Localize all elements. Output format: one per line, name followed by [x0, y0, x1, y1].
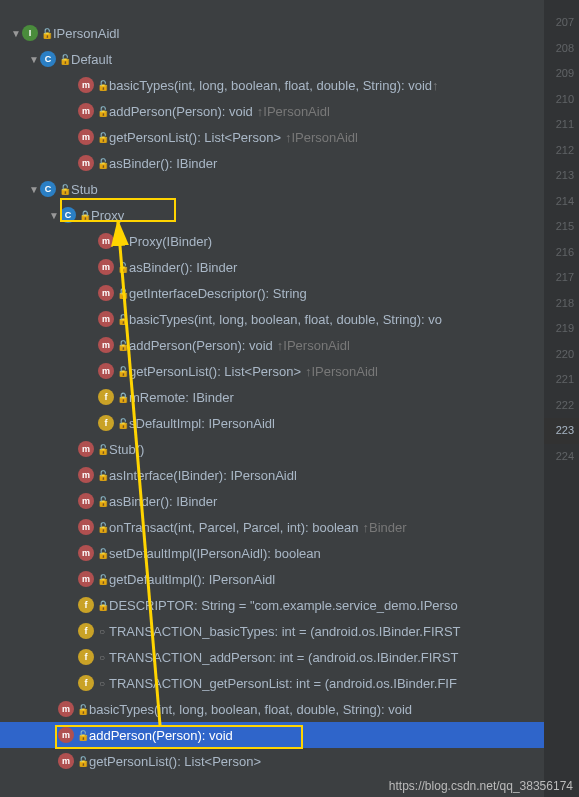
- lock-icon: 🔓: [97, 548, 107, 559]
- tree-node-class-proxy[interactable]: ▼ C 🔒 Proxy: [0, 202, 544, 228]
- lock-icon: 🔓: [117, 340, 127, 351]
- tree-node-method-selected[interactable]: m🔓addPerson(Person): void: [0, 722, 544, 748]
- method-icon: m: [78, 77, 94, 93]
- chevron-down-icon: ▼: [48, 210, 60, 221]
- method-icon: m: [78, 571, 94, 587]
- field-icon: f: [78, 649, 94, 665]
- lock-icon: 🔓: [97, 80, 107, 91]
- line-number: 210: [544, 87, 579, 113]
- method-icon: m: [78, 155, 94, 171]
- tree-node-field[interactable]: f○TRANSACTION_getPersonList: int = (andr…: [0, 670, 544, 696]
- line-number: 223: [544, 418, 579, 444]
- field-signature: TRANSACTION_basicTypes: int = (android.o…: [109, 624, 461, 639]
- lock-icon: 🔓: [77, 756, 87, 767]
- override-marker: ↑Binder: [363, 520, 407, 535]
- line-number: 214: [544, 189, 579, 215]
- method-signature: getPersonList(): List<Person>: [89, 754, 261, 769]
- lock-icon: 🔓: [77, 704, 87, 715]
- tree-node-method[interactable]: m🔓basicTypes(int, long, boolean, float, …: [0, 306, 544, 332]
- field-signature: sDefaultImpl: IPersonAidl: [129, 416, 275, 431]
- method-signature: asBinder(): IBinder: [109, 494, 217, 509]
- method-icon: m: [58, 753, 74, 769]
- lock-icon: 🔓: [117, 418, 127, 429]
- node-label: IPersonAidl: [53, 26, 119, 41]
- field-signature: mRemote: IBinder: [129, 390, 234, 405]
- lock-icon: 🔓: [97, 132, 107, 143]
- tree-node-method[interactable]: m 🔓 getPersonList(): List<Person> ↑IPers…: [0, 124, 544, 150]
- line-number: 207: [544, 10, 579, 36]
- method-signature: basicTypes(int, long, boolean, float, do…: [109, 78, 432, 93]
- line-number-gutter: 207 208 209 210 211 212 213 214 215 216 …: [544, 0, 579, 797]
- tree-node-method[interactable]: m🔓onTransact(int, Parcel, Parcel, int): …: [0, 514, 544, 540]
- field-signature: DESCRIPTOR: String = "com.example.servic…: [109, 598, 458, 613]
- method-signature: basicTypes(int, long, boolean, float, do…: [129, 312, 442, 327]
- line-number: 216: [544, 240, 579, 266]
- field-signature: TRANSACTION_getPersonList: int = (androi…: [109, 676, 457, 691]
- tree-node-method[interactable]: m🔓addPerson(Person): void↑IPersonAidl: [0, 332, 544, 358]
- line-number: 224: [544, 444, 579, 470]
- tree-node-method[interactable]: m🔓getDefaultImpl(): IPersonAidl: [0, 566, 544, 592]
- lock-icon: ○: [117, 236, 127, 247]
- tree-node-method[interactable]: m🔓basicTypes(int, long, boolean, float, …: [0, 696, 544, 722]
- lock-icon: ○: [97, 678, 107, 689]
- tree-node-method[interactable]: m○Proxy(IBinder): [0, 228, 544, 254]
- method-signature: getInterfaceDescriptor(): String: [129, 286, 307, 301]
- field-icon: f: [78, 597, 94, 613]
- method-icon: m: [78, 103, 94, 119]
- method-icon: m: [58, 727, 74, 743]
- tree-node-method[interactable]: m 🔓 addPerson(Person): void ↑IPersonAidl: [0, 98, 544, 124]
- method-signature: basicTypes(int, long, boolean, float, do…: [89, 702, 412, 717]
- lock-icon: 🔓: [97, 522, 107, 533]
- tree-node-field[interactable]: f○TRANSACTION_basicTypes: int = (android…: [0, 618, 544, 644]
- method-signature: Proxy(IBinder): [129, 234, 212, 249]
- tree-node-class[interactable]: ▼ C 🔓 Default: [0, 46, 544, 72]
- tree-node-method[interactable]: m 🔓 asBinder(): IBinder: [0, 150, 544, 176]
- tree-node-field[interactable]: f🔒mRemote: IBinder: [0, 384, 544, 410]
- node-label: Proxy: [91, 208, 124, 223]
- tree-node-method[interactable]: m🔓setDefaultImpl(IPersonAidl): boolean: [0, 540, 544, 566]
- tree-node-method[interactable]: m 🔓 basicTypes(int, long, boolean, float…: [0, 72, 544, 98]
- tree-node-method[interactable]: m🔓asBinder(): IBinder: [0, 488, 544, 514]
- lock-icon: 🔓: [97, 158, 107, 169]
- tree-node-method[interactable]: m🔓Stub(): [0, 436, 544, 462]
- tree-node-method[interactable]: m🔓asInterface(IBinder): IPersonAidl: [0, 462, 544, 488]
- tree-node-method[interactable]: m🔓getPersonList(): List<Person>↑IPersonA…: [0, 358, 544, 384]
- method-icon: m: [98, 259, 114, 275]
- lock-icon: 🔓: [97, 574, 107, 585]
- line-number: 221: [544, 367, 579, 393]
- method-icon: m: [98, 363, 114, 379]
- method-signature: Stub(): [109, 442, 144, 457]
- override-marker: ↑IPersonAidl: [277, 338, 350, 353]
- override-marker: ↑: [432, 78, 439, 93]
- method-icon: m: [98, 233, 114, 249]
- lock-icon: 🔓: [77, 730, 87, 741]
- line-number: 213: [544, 163, 579, 189]
- method-icon: m: [78, 467, 94, 483]
- method-icon: m: [78, 129, 94, 145]
- class-icon: C: [40, 51, 56, 67]
- field-icon: f: [78, 623, 94, 639]
- tree-node-class[interactable]: ▼ C 🔓 Stub: [0, 176, 544, 202]
- line-number: 218: [544, 291, 579, 317]
- override-marker: ↑IPersonAidl: [257, 104, 330, 119]
- lock-icon: 🔓: [117, 262, 127, 273]
- tree-node-method[interactable]: m🔓getInterfaceDescriptor(): String: [0, 280, 544, 306]
- tree-node-method[interactable]: m🔓asBinder(): IBinder: [0, 254, 544, 280]
- tree-node-field[interactable]: f○TRANSACTION_addPerson: int = (android.…: [0, 644, 544, 670]
- lock-icon: ○: [97, 652, 107, 663]
- lock-icon: 🔓: [97, 470, 107, 481]
- line-number: 208: [544, 36, 579, 62]
- tree-node-field[interactable]: f🔒DESCRIPTOR: String = "com.example.serv…: [0, 592, 544, 618]
- tree-node-field[interactable]: f🔓sDefaultImpl: IPersonAidl: [0, 410, 544, 436]
- chevron-down-icon: ▼: [28, 184, 40, 195]
- override-marker: ↑IPersonAidl: [285, 130, 358, 145]
- class-icon: C: [40, 181, 56, 197]
- lock-icon: 🔓: [97, 444, 107, 455]
- line-number: 211: [544, 112, 579, 138]
- class-icon: C: [60, 207, 76, 223]
- lock-icon: 🔒: [97, 600, 107, 611]
- method-icon: m: [78, 519, 94, 535]
- tree-node-interface[interactable]: ▼ I 🔓 IPersonAidl: [0, 20, 544, 46]
- tree-node-method[interactable]: m🔓getPersonList(): List<Person>: [0, 748, 544, 774]
- line-number: 222: [544, 393, 579, 419]
